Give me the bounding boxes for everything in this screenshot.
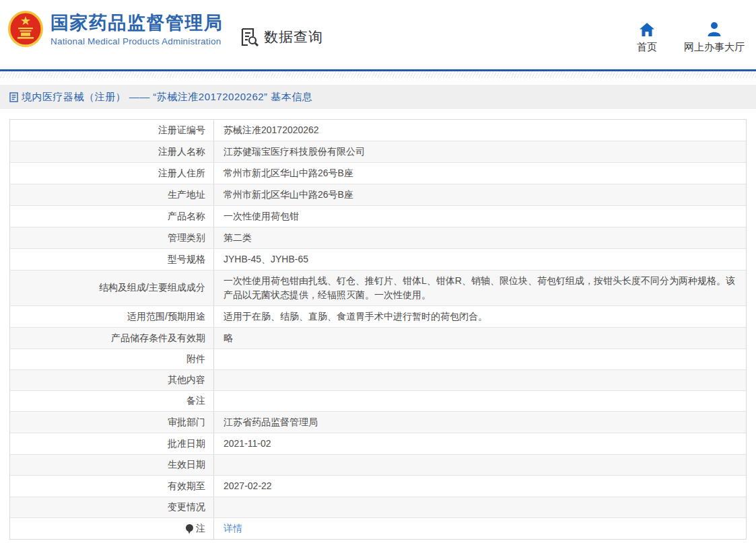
row-value (214, 497, 746, 517)
data-query-tab[interactable]: 数据查询 (240, 27, 323, 47)
cell-value-text: 苏械注准20172020262 (224, 123, 319, 137)
cell-value-text: 2027-02-22 (224, 479, 272, 493)
row-value: 略 (214, 328, 746, 349)
cell-value-text: 江苏省药品监督管理局 (224, 415, 318, 429)
brand-text: 国家药品监督管理局 National Medical Products Admi… (50, 10, 224, 46)
nav-home[interactable]: 首页 (637, 22, 657, 54)
row-label-text: 备注 (186, 395, 205, 407)
row-label: 结构及组成/主要组成成分 (10, 270, 214, 305)
brand-title: 国家药品监督管理局 (50, 12, 224, 34)
cell-value-text: 一次性使用荷包钳 (224, 209, 299, 223)
row-label: 注 (10, 518, 214, 539)
cell-value-text: 常州市新北区华山中路26号B座 (224, 188, 353, 202)
row-label-text: 管理类别 (168, 232, 205, 244)
row-label-text: 适用范围/预期用途 (127, 311, 205, 323)
cell-value-text: 一次性使用荷包钳由扎线、钉仓、推钉片、钳体L、钳体R、销轴、限位块、荷包钉组成，… (224, 274, 736, 302)
row-label-text: 审批部门 (168, 417, 205, 429)
row-value (214, 370, 746, 390)
table-row: 批准日期 2021-11-02 (10, 433, 746, 455)
row-label-text: 注册人名称 (158, 146, 205, 158)
nav-home-label: 首页 (637, 41, 657, 54)
row-label: 生产地址 (10, 184, 214, 205)
table-row: 结构及组成/主要组成成分 一次性使用荷包钳由扎线、钉仓、推钉片、钳体L、钳体R、… (10, 270, 746, 306)
detail-link[interactable]: 详情 (224, 521, 242, 536)
row-value: 常州市新北区华山中路26号B座 (214, 184, 746, 205)
row-label-text: 附件 (186, 353, 205, 365)
row-label: 审批部门 (10, 412, 214, 433)
cell-value-text: JYHB-45、JYHB-65 (224, 252, 308, 266)
row-value (214, 455, 746, 475)
row-label-text: 注 (196, 523, 205, 535)
breadcrumb: 境内医疗器械（注册） —— “苏械注准20172020262” 基本信息 (0, 85, 756, 109)
table-row: 适用范围/预期用途 适用于在肠、结肠、直肠、食道胃手术中进行暂时的荷包闭合。 (10, 306, 746, 328)
user-icon (707, 22, 722, 36)
row-value (214, 349, 746, 369)
brand-subtitle: National Medical Products Administration (50, 36, 224, 46)
row-label: 批准日期 (10, 433, 214, 454)
table-row: 注 详情 (10, 518, 746, 539)
table-row: 附件 (10, 349, 746, 370)
row-label-text: 产品名称 (168, 211, 205, 223)
row-value: 江苏健瑞宝医疗科技股份有限公司 (214, 141, 746, 162)
row-value: 常州市新北区华山中路26号B座 (214, 163, 746, 184)
row-label-text: 结构及组成/主要组成成分 (99, 282, 205, 294)
row-value: 2027-02-22 (214, 476, 746, 497)
top-nav: 首页 网上办事大厅 (637, 22, 745, 54)
row-label: 适用范围/预期用途 (10, 306, 214, 327)
row-label-text: 其他内容 (168, 374, 205, 386)
row-label: 附件 (10, 349, 214, 369)
table-row: 备注 (10, 391, 746, 412)
nav-online-hall-label: 网上办事大厅 (684, 41, 745, 54)
cell-value-text: 略 (224, 331, 233, 345)
row-value: 详情 (214, 518, 746, 539)
breadcrumb-text: 境内医疗器械（注册） —— “苏械注准20172020262” 基本信息 (22, 91, 312, 104)
cell-value-text: 第二类 (224, 231, 252, 245)
row-label: 产品储存条件及有效期 (10, 328, 214, 349)
cell-value-text: 2021-11-02 (224, 437, 271, 451)
row-value: 苏械注准20172020262 (214, 120, 746, 141)
table-row: 产品名称 一次性使用荷包钳 (10, 206, 746, 227)
row-value: 第二类 (214, 227, 746, 248)
row-label: 注册证编号 (10, 120, 214, 141)
row-label-text: 有效期至 (168, 480, 205, 493)
cell-value-text: 常州市新北区华山中路26号B座 (224, 166, 353, 180)
row-value: 一次性使用荷包钳由扎线、钉仓、推钉片、钳体L、钳体R、销轴、限位块、荷包钉组成，… (214, 270, 746, 305)
row-label-text: 批准日期 (168, 438, 205, 450)
document-icon (9, 92, 18, 102)
row-label: 注册人名称 (10, 141, 214, 162)
row-label: 备注 (10, 391, 214, 411)
row-label: 其他内容 (10, 370, 214, 390)
table-row: 生效日期 (10, 455, 746, 476)
nav-online-hall[interactable]: 网上办事大厅 (684, 22, 745, 54)
national-emblem-logo (7, 10, 44, 49)
brand: 国家药品监督管理局 National Medical Products Admi… (7, 10, 224, 49)
table-row: 产品储存条件及有效期 略 (10, 328, 746, 349)
row-label-text: 生效日期 (168, 459, 205, 471)
row-label: 产品名称 (10, 206, 214, 227)
row-value: 江苏省药品监督管理局 (214, 412, 746, 433)
row-value (214, 391, 746, 411)
row-label-text: 注册人住所 (158, 168, 205, 180)
hatch-decoration (0, 71, 756, 78)
table-row: 生产地址 常州市新北区华山中路26号B座 (10, 184, 746, 206)
header: 国家药品监督管理局 National Medical Products Admi… (0, 0, 756, 69)
row-label: 型号规格 (10, 249, 214, 270)
doc-search-icon (240, 27, 260, 47)
row-label-text: 型号规格 (168, 254, 205, 266)
row-label: 有效期至 (10, 476, 214, 497)
table-row: 注册证编号 苏械注准20172020262 (10, 120, 746, 141)
info-table: 注册证编号 苏械注准20172020262 注册人名称 江苏健瑞宝医疗科技股份有… (9, 119, 747, 540)
row-value: 2021-11-02 (214, 433, 746, 454)
row-label-text: 产品储存条件及有效期 (111, 332, 205, 345)
row-label: 管理类别 (10, 227, 214, 248)
table-row: 审批部门 江苏省药品监督管理局 (10, 412, 746, 433)
table-row: 变更情况 (10, 497, 746, 518)
row-label: 注册人住所 (10, 163, 214, 184)
row-value: JYHB-45、JYHB-65 (214, 249, 746, 270)
table-row: 管理类别 第二类 (10, 227, 746, 249)
row-label: 生效日期 (10, 455, 214, 475)
row-label-text: 生产地址 (168, 189, 205, 201)
row-value: 适用于在肠、结肠、直肠、食道胃手术中进行暂时的荷包闭合。 (214, 306, 746, 327)
note-icon (185, 523, 194, 534)
row-value: 一次性使用荷包钳 (214, 206, 746, 227)
